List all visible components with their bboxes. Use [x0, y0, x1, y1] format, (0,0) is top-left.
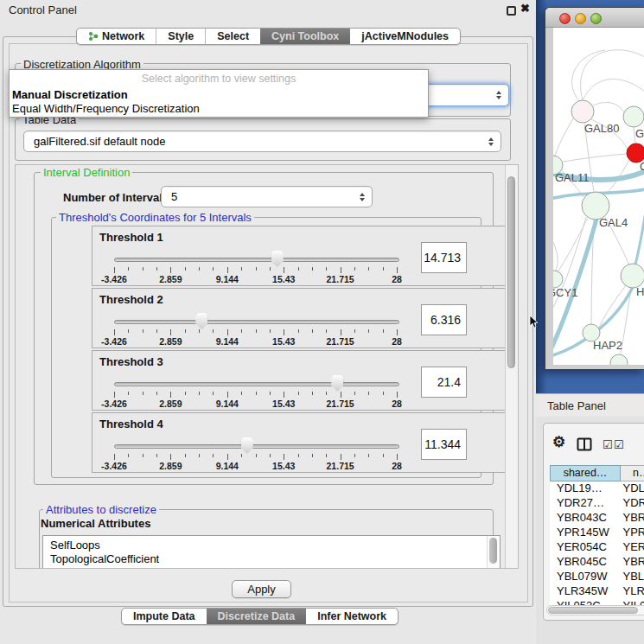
- slider-handle[interactable]: [271, 251, 284, 267]
- attribute-list-item[interactable]: TopologicalCoefficient: [43, 552, 500, 566]
- list-scrollbar[interactable]: [487, 536, 500, 569]
- table-data-combobox[interactable]: galFiltered.sif default node: [23, 131, 501, 152]
- table-row[interactable]: YBR045CYBR045C: [550, 555, 644, 570]
- threshold-value-field[interactable]: 11.344: [421, 429, 467, 460]
- attribute-list-item[interactable]: SelfLoops: [43, 539, 500, 552]
- slider-tick: [185, 267, 186, 271]
- slider-tick: [256, 392, 257, 395]
- network-canvas[interactable]: GAL80G.CGAL11GAL4GCY1HHAP2: [553, 28, 644, 365]
- gear-icon[interactable]: ⚙: [552, 433, 565, 451]
- number-of-intervals-combobox[interactable]: 5: [161, 186, 373, 207]
- network-node[interactable]: [553, 271, 563, 288]
- tab-style[interactable]: Style: [156, 29, 205, 44]
- table-row[interactable]: YDR27…YDR27…: [550, 496, 644, 511]
- float-window-icon[interactable]: [507, 6, 516, 16]
- zoom-traffic-light-icon[interactable]: [590, 13, 602, 24]
- slider-tick-label: 21.715: [327, 336, 354, 347]
- combo-stepper-icon: [496, 91, 501, 99]
- slider-tick: [368, 454, 369, 457]
- slider-tick-label: 15.43: [272, 461, 295, 471]
- tab-infer-network[interactable]: Infer Network: [306, 609, 398, 624]
- dropdown-option[interactable]: Equal Width/Frequency Discretization: [12, 102, 200, 115]
- threshold-value-field[interactable]: 21.4: [421, 367, 467, 398]
- slider-tick: [213, 329, 214, 333]
- checkbox-icon[interactable]: ☑: [603, 438, 613, 451]
- checkbox-icon[interactable]: ☑: [614, 438, 624, 451]
- slider-tick: [256, 329, 257, 333]
- slider-tick: [312, 392, 313, 395]
- table-panel-inner: ⚙ ☑ ☑ shared… n… YDL19…YDL19…YDR27…YDR27…: [543, 423, 644, 621]
- tab-cyni-toolbox[interactable]: Cyni Toolbox: [260, 29, 350, 44]
- network-node[interactable]: [621, 264, 644, 288]
- slider-tick-label: -3.426: [101, 274, 127, 284]
- cell-name: YER054C: [618, 540, 644, 555]
- column-header-shared-name[interactable]: shared…: [550, 465, 621, 481]
- network-node[interactable]: [610, 354, 628, 365]
- column-header-name[interactable]: n…: [621, 465, 644, 481]
- slider-track[interactable]: [114, 382, 399, 386]
- slider-tick-label: 15.43: [272, 274, 295, 284]
- slider-tick: [156, 329, 157, 333]
- tab-network[interactable]: Network: [77, 29, 156, 44]
- dropdown-placeholder-option[interactable]: Select algorithm to view settings: [10, 73, 428, 85]
- slider-tick: [114, 454, 115, 460]
- slider-track[interactable]: [114, 258, 399, 262]
- slider-tick: [128, 392, 129, 395]
- split-columns-icon[interactable]: [577, 437, 592, 451]
- slider-handle[interactable]: [331, 375, 343, 392]
- network-node[interactable]: [571, 100, 594, 123]
- threshold-value-field[interactable]: 6.316: [421, 304, 467, 335]
- table-panel-body: ⚙ ☑ ☑ shared… n… YDL19…YDL19…YDR27…YDR27…: [536, 417, 644, 644]
- table-row[interactable]: YLR345WYLR345W: [550, 584, 644, 599]
- minimize-traffic-light-icon[interactable]: [575, 13, 586, 24]
- table-hscrollbar[interactable]: [546, 605, 644, 615]
- slider-tick: [143, 329, 143, 333]
- slider-tick: [383, 392, 384, 395]
- dropdown-option[interactable]: Manual Discretization: [12, 88, 128, 101]
- slider-tick: [227, 392, 228, 398]
- table-row[interactable]: YDL19…YDL19…: [550, 481, 644, 496]
- tab-discretize-data[interactable]: Discretize Data: [207, 609, 307, 624]
- attribute-list-item[interactable]: BetweennessCentrality: [43, 566, 500, 569]
- tab-label: Discretize Data: [218, 610, 296, 622]
- network-window-titlebar[interactable]: [545, 8, 644, 28]
- network-node[interactable]: [623, 106, 644, 127]
- slider-track[interactable]: [114, 444, 399, 449]
- tab-jactivemnodules[interactable]: jActiveMNodules: [350, 29, 460, 44]
- slider-handle[interactable]: [241, 437, 253, 454]
- cell-shared-name: YER054C: [550, 540, 618, 555]
- scrollbar-thumb[interactable]: [548, 607, 638, 614]
- tab-select[interactable]: Select: [205, 29, 260, 44]
- numerical-attributes-list[interactable]: SelfLoopsTopologicalCoefficientBetweenne…: [42, 535, 501, 569]
- slider-tick: [185, 454, 186, 457]
- slider-tick: [284, 267, 284, 273]
- thresholds-group: Threshold's Coordinates for 5 Intervals …: [51, 217, 481, 478]
- table-row[interactable]: YIL052CYIL052C: [550, 599, 644, 605]
- algorithm-dropdown-popup: Select algorithm to view settings Manual…: [9, 69, 429, 118]
- close-traffic-light-icon[interactable]: [559, 13, 571, 24]
- slider-tick: [298, 267, 299, 271]
- tab-label: Style: [168, 30, 194, 42]
- tab-impute-data[interactable]: Impute Data: [122, 609, 207, 624]
- cell-name: YDL19…: [618, 481, 644, 496]
- table-rows[interactable]: YDL19…YDL19…YDR27…YDR27…YBR043CYBR043CYP…: [550, 481, 644, 605]
- cell-name: YLR345W: [618, 584, 644, 599]
- table-row[interactable]: YPR145WYPR145W: [550, 526, 644, 540]
- table-row[interactable]: YBL079WYBL079W: [550, 570, 644, 584]
- slider-track[interactable]: [114, 320, 399, 324]
- slider-tick-label: 2.859: [159, 274, 182, 284]
- table-row[interactable]: YBR043CYBR043C: [550, 511, 644, 526]
- table-panel-titlebar: Table Panel: [536, 393, 644, 417]
- slider-tick: [199, 392, 200, 395]
- slider-handle[interactable]: [195, 313, 207, 329]
- table-row[interactable]: YER054CYER054C: [550, 540, 644, 555]
- settings-scrollbar[interactable]: [505, 165, 518, 568]
- slider-tick: [383, 329, 384, 333]
- slider-tick: [298, 454, 299, 457]
- close-icon[interactable]: ✖: [520, 2, 530, 15]
- mouse-cursor: [529, 316, 539, 328]
- slider-tick-label: 28: [392, 461, 402, 471]
- threshold-value-field[interactable]: 14.713: [421, 242, 467, 273]
- scrollbar-thumb[interactable]: [507, 176, 515, 368]
- apply-button[interactable]: Apply: [232, 580, 291, 598]
